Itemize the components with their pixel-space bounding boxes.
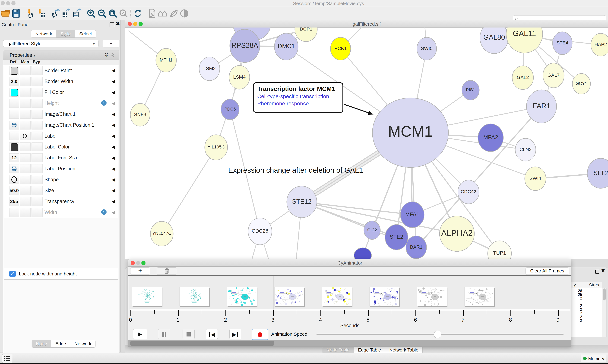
network-node-pck1[interactable]: PCK1 (331, 37, 351, 60)
network-node-gal11[interactable]: GAL11 (506, 27, 543, 53)
network-node-dcp1[interactable]: DCP1 (295, 27, 317, 42)
network-node-far1[interactable]: FAR1 (526, 90, 556, 123)
mapping-cell[interactable] (20, 77, 30, 86)
property-row-label-color[interactable]: Label Color ◀ (4, 141, 118, 152)
network-node-node-b[interactable] (354, 248, 372, 259)
bypass-cell[interactable] (31, 164, 42, 173)
expand-row-icon[interactable]: ◀ (112, 210, 115, 215)
bypass-cell[interactable] (31, 99, 42, 108)
add-frame-button[interactable]: + (130, 267, 150, 275)
timeline-playhead[interactable] (273, 276, 274, 310)
network-node-gal2[interactable]: GAL2 (512, 66, 533, 90)
tab-node[interactable]: Node (32, 340, 51, 347)
pause-button[interactable] (158, 329, 170, 339)
expand-row-icon[interactable]: ◀ (112, 101, 115, 106)
bypass-cell[interactable] (31, 88, 42, 97)
zoom-out-icon[interactable] (97, 8, 107, 18)
mapping-cell[interactable] (20, 121, 30, 130)
property-row-border-paint[interactable]: Border Paint ◀ (4, 65, 118, 76)
timeline-frame-8[interactable] (465, 287, 494, 306)
network-node-slt2[interactable]: SLT2 (587, 158, 608, 188)
timeline-frame-3[interactable] (227, 287, 257, 306)
bypass-cell[interactable] (31, 121, 42, 130)
maximize-window-icon[interactable] (11, 1, 15, 5)
property-row-height[interactable]: Height i ◀ (4, 98, 118, 109)
default-cell[interactable]: 2.0 (9, 77, 19, 86)
timeline-frame-1[interactable] (132, 287, 162, 306)
network-node-pdc5[interactable]: PDC5 (221, 99, 239, 120)
network-window-titlebar[interactable]: galFiltered.sif (125, 20, 608, 28)
network-node-pis1[interactable]: PIS1 (462, 80, 479, 100)
annotation-link[interactable]: Cell-type-specific transcription (257, 93, 343, 99)
style-dropdown[interactable]: galFiltered Style▾ (3, 40, 98, 47)
mapping-cell[interactable] (20, 208, 30, 217)
network-node-gic2[interactable]: GIC2 (364, 221, 380, 239)
network-node-yil105c[interactable]: YIL105C (205, 135, 228, 160)
property-row-transparency[interactable]: 255 Transparency ◀ (4, 196, 118, 207)
annotation-link[interactable]: Pheromone response (257, 100, 343, 106)
mapping-cell[interactable] (20, 197, 30, 206)
clear-all-frames-button[interactable]: Clear All Frames (525, 267, 569, 275)
expand-row-icon[interactable]: ◀ (112, 144, 115, 149)
skip-end-button[interactable]: ▶ (229, 329, 241, 339)
tab-network-table[interactable]: Network Table (385, 346, 422, 353)
network-node-cln3[interactable]: CLN3 (515, 138, 536, 161)
properties-header[interactable]: Properties ▾ ≫ ≪ (3, 51, 119, 60)
close-panel-icon[interactable]: ✖ (601, 269, 605, 273)
record-button[interactable] (252, 329, 268, 340)
network-node-swi5[interactable]: SWI5 (417, 37, 437, 60)
expand-row-icon[interactable]: ◀ (112, 134, 115, 139)
mapping-cell[interactable] (20, 143, 30, 151)
timeline-frame-6[interactable] (370, 287, 399, 306)
mapping-cell[interactable] (20, 131, 30, 140)
default-value[interactable]: 255 (10, 199, 19, 204)
animation-speed-slider[interactable] (317, 334, 564, 335)
network-node-snf3[interactable]: SNF3 (130, 104, 150, 126)
tab-node-table[interactable]: Node Table (322, 346, 354, 353)
timeline-frame-5[interactable] (322, 287, 352, 306)
bypass-cell[interactable] (31, 110, 42, 118)
default-cell[interactable] (9, 175, 19, 184)
import-table-icon[interactable] (36, 8, 46, 18)
default-cell[interactable]: 255 (9, 197, 19, 206)
default-cell[interactable] (9, 99, 19, 108)
timeline-frame-4[interactable] (275, 287, 304, 306)
collapse-all-icon[interactable]: ≪ (110, 53, 116, 58)
network-node-mfa1[interactable]: MFA1 (401, 202, 424, 228)
network-node-mcm1[interactable]: MCM1 (373, 98, 448, 168)
property-row-border-width[interactable]: 2.0 Border Width ◀ (4, 76, 118, 87)
property-row-label-font-size[interactable]: 12 Label Font Size ◀ (4, 152, 118, 163)
expand-row-icon[interactable]: ◀ (112, 112, 115, 117)
tab-edge-table[interactable]: Edge Table (354, 346, 385, 353)
default-cell[interactable] (9, 88, 19, 97)
network-node-swi4[interactable]: SWI4 (525, 167, 546, 191)
expand-row-icon[interactable]: ◀ (112, 68, 115, 73)
zoom-fit-icon[interactable] (108, 8, 118, 18)
default-cell[interactable] (9, 164, 19, 173)
default-value[interactable]: 50.0 (10, 188, 19, 193)
default-cell[interactable]: 50.0 (9, 186, 19, 195)
default-cell[interactable] (9, 121, 19, 130)
info-icon[interactable]: i (101, 100, 107, 106)
export-table-icon[interactable] (61, 8, 71, 18)
mapping-cell[interactable] (20, 110, 30, 118)
memory-button[interactable]: Memory (581, 355, 606, 362)
property-row-image-chart-1[interactable]: Image/Chart 1 ◀ (4, 109, 118, 120)
scrollbar-thumb[interactable] (130, 341, 274, 346)
network-node-rps28a[interactable]: RPS28A (230, 29, 260, 63)
mapping-cell[interactable] (20, 164, 30, 173)
default-cell[interactable] (9, 208, 19, 217)
network-node-lsm4[interactable]: LSM4 (229, 65, 250, 89)
network-canvas[interactable]: DCP1RPS28ADMC1PCK1SWI5GAL80GAL11STE4HAP2… (125, 27, 608, 259)
slider-thumb[interactable] (434, 331, 442, 338)
style-options-button[interactable]: ▾ (103, 40, 119, 47)
network-node-ste4[interactable]: STE4 (553, 32, 572, 54)
table-body[interactable]: 26252122222 (570, 288, 602, 337)
stop-button[interactable] (182, 329, 194, 339)
network-node-dmc1[interactable]: DMC1 (274, 33, 298, 60)
network-node-hap2[interactable]: HAP2 (591, 33, 608, 56)
ellipse-shape-icon[interactable] (11, 176, 17, 183)
network-node-tup1[interactable]: TUP1 (488, 241, 511, 259)
network-node-gal7[interactable]: GAL7 (543, 63, 564, 88)
bypass-cell[interactable] (31, 66, 42, 75)
